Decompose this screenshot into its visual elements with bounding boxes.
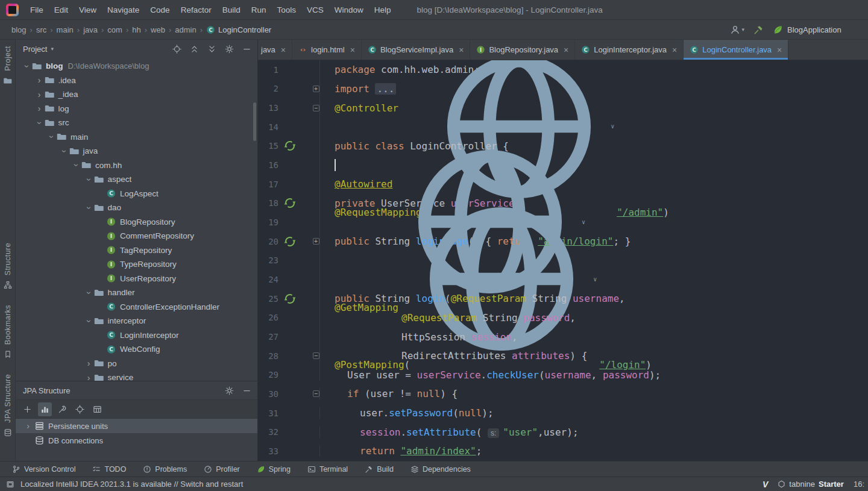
tool-stripe-button-bookmarks[interactable]: Bookmarks bbox=[4, 305, 12, 358]
menu-navigate[interactable]: Navigate bbox=[102, 4, 145, 16]
code-text[interactable]: public String login(@RequestParam String… bbox=[319, 293, 868, 304]
tree-item-interceptor[interactable]: ›interceptor bbox=[16, 314, 257, 328]
chevron-expanded-icon[interactable]: › bbox=[34, 117, 44, 128]
chevron-collapsed-icon[interactable]: › bbox=[34, 75, 45, 85]
breadcrumb-item-main[interactable]: main bbox=[54, 24, 77, 36]
chevron-expanded-icon[interactable]: › bbox=[84, 287, 93, 298]
tree-item-CommentRepository[interactable]: ICommentRepository bbox=[16, 229, 257, 243]
tab-LoginInterceptor.java[interactable]: CLoginInterceptor.java× bbox=[575, 40, 684, 60]
toolwindow-button-profiler[interactable]: Profiler bbox=[204, 465, 240, 474]
profile-menu[interactable]: ▾ bbox=[730, 25, 744, 35]
toolwindow-button-spring[interactable]: Spring bbox=[257, 465, 291, 474]
tree-item-LoginInterceptor[interactable]: CLoginInterceptor bbox=[16, 328, 257, 343]
breadcrumb-item-com[interactable]: com bbox=[104, 24, 125, 36]
tab-BlogRepository.java[interactable]: IBlogRepository.java× bbox=[470, 40, 575, 60]
minimize-icon[interactable] bbox=[242, 45, 251, 54]
tabnine-widget[interactable]: tabnine Starter bbox=[778, 480, 844, 489]
code-text[interactable]: if (user != null) { bbox=[319, 388, 868, 399]
chevron-expanded-icon[interactable]: › bbox=[59, 146, 69, 156]
chevron-expanded-icon[interactable]: › bbox=[22, 61, 32, 71]
v-plugin-badge[interactable]: V bbox=[763, 480, 768, 489]
breadcrumb-item-web[interactable]: web bbox=[148, 24, 168, 36]
jpa-panel-title[interactable]: JPA Structure bbox=[23, 386, 71, 395]
close-icon[interactable]: × bbox=[350, 45, 355, 55]
tab-java[interactable]: java× bbox=[258, 40, 292, 60]
toolwindow-button-build[interactable]: Build bbox=[365, 465, 394, 474]
chevron-collapsed-icon[interactable]: › bbox=[23, 421, 33, 431]
caret-position[interactable]: 16: bbox=[854, 480, 864, 489]
jpa-toolbar-locate-icon[interactable] bbox=[73, 402, 87, 416]
breadcrumb-item-admin[interactable]: admin bbox=[172, 24, 199, 36]
jpa-toolbar-chart-icon[interactable] bbox=[38, 402, 52, 416]
tool-stripe-button-structure[interactable]: Structure bbox=[4, 243, 12, 289]
tree-item-src[interactable]: ›src bbox=[16, 116, 257, 130]
jpa-toolbar-table-icon[interactable] bbox=[90, 402, 104, 416]
tree-item-service[interactable]: ›service bbox=[16, 371, 257, 381]
tree-item-log[interactable]: ›log bbox=[16, 102, 257, 116]
chevron-expanded-icon[interactable]: › bbox=[72, 160, 81, 170]
code-text[interactable]: @PostMapping(∨"/login") bbox=[319, 189, 868, 371]
collapse-all-icon[interactable] bbox=[207, 45, 216, 54]
jpa-toolbar-wrench-icon[interactable] bbox=[55, 402, 69, 416]
chevron-collapsed-icon[interactable]: › bbox=[84, 373, 94, 381]
fold-marker-icon[interactable]: − bbox=[312, 105, 319, 111]
breadcrumb-item-class[interactable]: CLoginController bbox=[203, 24, 274, 36]
tree-item-blog[interactable]: ›blogD:\IdeaWorkspace\blog bbox=[16, 59, 257, 73]
breadcrumb-item-java[interactable]: java bbox=[80, 24, 101, 36]
breadcrumb-item-hh[interactable]: hh bbox=[129, 24, 143, 36]
tree-item-.idea[interactable]: ›.idea bbox=[16, 73, 257, 88]
toolwindow-button-problems[interactable]: Problems bbox=[143, 465, 187, 474]
menu-tools[interactable]: Tools bbox=[271, 4, 301, 16]
menu-window[interactable]: Window bbox=[329, 4, 369, 16]
tree-item-LogAspect[interactable]: CLogAspect bbox=[16, 187, 257, 201]
chevron-expanded-icon[interactable]: › bbox=[84, 202, 93, 213]
toolwindow-button-version-control[interactable]: Version Control bbox=[12, 465, 75, 474]
code-editor[interactable]: 1package com.hh.web.admin;2+import ...13… bbox=[258, 60, 868, 461]
code-text[interactable]: user.setPassword(null); bbox=[319, 407, 868, 419]
locate-icon[interactable] bbox=[172, 45, 181, 54]
project-panel-title[interactable]: Project bbox=[23, 45, 47, 54]
spring-bean-icon[interactable] bbox=[283, 139, 297, 152]
code-text[interactable]: RedirectAttributes attributes) { bbox=[319, 350, 868, 361]
chevron-expanded-icon[interactable]: › bbox=[84, 316, 93, 326]
build-hammer-icon[interactable] bbox=[753, 25, 764, 35]
tree-item-WebConfig[interactable]: CWebConfig bbox=[16, 342, 257, 357]
tree-item-com.hh[interactable]: ›com.hh bbox=[16, 158, 257, 173]
toolwindow-button-terminal[interactable]: Terminal bbox=[307, 465, 348, 474]
tree-item-aspect[interactable]: ›aspect bbox=[16, 172, 257, 187]
code-text[interactable]: session.setAttribute( s:"user",user); bbox=[319, 427, 868, 438]
close-icon[interactable]: × bbox=[281, 45, 286, 55]
tool-stripe-button-project[interactable]: Project bbox=[4, 46, 12, 85]
status-message[interactable]: Localized IntelliJ IDEA 2021.3.1 is avai… bbox=[20, 480, 243, 489]
jpa-row-persistence-units[interactable]: ›Persistence units bbox=[16, 419, 257, 433]
spring-bean-icon[interactable] bbox=[283, 196, 297, 210]
toolwindow-button-dependencies[interactable]: Dependencies bbox=[410, 465, 471, 474]
spring-bean-icon[interactable] bbox=[283, 292, 297, 305]
fold-marker-icon[interactable]: + bbox=[312, 238, 319, 245]
run-configuration-selector[interactable]: BlogApplication bbox=[773, 25, 868, 35]
close-icon[interactable]: × bbox=[777, 45, 782, 55]
tree-item-java[interactable]: ›java bbox=[16, 144, 257, 158]
tree-item-dao[interactable]: ›dao bbox=[16, 201, 257, 215]
tab-LoginController.java[interactable]: CLoginController.java× bbox=[684, 40, 788, 60]
tab-login.html[interactable]: ‹›login.html× bbox=[292, 40, 362, 60]
scrollbar-thumb[interactable] bbox=[253, 102, 256, 141]
breadcrumb-item-blog[interactable]: blog bbox=[8, 24, 30, 36]
code-text[interactable]: @RequestParam String password, bbox=[319, 312, 868, 324]
menu-help[interactable]: Help bbox=[369, 4, 397, 16]
jpa-row-db-connections[interactable]: DB connections bbox=[16, 433, 257, 448]
close-icon[interactable]: × bbox=[459, 45, 464, 55]
fold-marker-icon[interactable]: − bbox=[312, 390, 319, 397]
spring-bean-icon[interactable] bbox=[283, 235, 297, 248]
menu-refactor[interactable]: Refactor bbox=[175, 4, 217, 16]
tree-item-po[interactable]: ›po bbox=[16, 357, 257, 371]
chevron-expanded-icon[interactable]: › bbox=[47, 132, 57, 142]
menu-file[interactable]: File bbox=[25, 4, 49, 16]
tree-item-_idea[interactable]: ›_idea bbox=[16, 87, 257, 102]
chevron-collapsed-icon[interactable]: › bbox=[34, 104, 45, 113]
toolwindow-button-todo[interactable]: TODO bbox=[92, 465, 126, 474]
code-text[interactable]: User user = userService.checkUser(userna… bbox=[319, 369, 868, 381]
menu-code[interactable]: Code bbox=[145, 4, 175, 16]
jpa-toolbar-add-icon[interactable] bbox=[20, 402, 34, 416]
tree-item-TagRepository[interactable]: ITagRepository bbox=[16, 243, 257, 258]
